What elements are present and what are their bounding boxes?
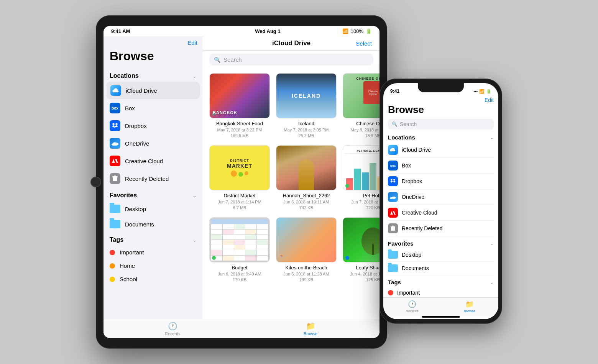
iphone-locations-header: Locations ⌄ [388,134,494,141]
status-dot-green [345,184,349,188]
wifi-icon: 📶 [342,28,348,34]
iphone-documents-folder-icon [388,264,398,272]
sidebar-tags-header: Tags ⌄ [104,232,203,246]
file-info: Pet Hotel Jun 7, 2018 at 3:55 PM 720 KB [351,193,380,211]
iphone-trash-icon [388,223,398,233]
sidebar-edit-button[interactable]: Edit [187,39,197,46]
file-name: Kites on the Beach [283,265,329,271]
locations-chevron-icon: ⌄ [192,73,197,79]
iphone-edit-button[interactable]: Edit [485,97,494,103]
file-thumbnail-opera: ChineseOpera [343,73,380,118]
sidebar-item-school[interactable]: School [104,272,203,286]
ipad-screen: 9:41 AM Wed Aug 1 📶 100% 🔋 Edit Browse [104,26,380,338]
svg-rect-3 [112,176,118,177]
sidebar-item-box[interactable]: box Box [104,99,203,117]
iphone-signal-icon: ▪▪▪ [473,89,478,93]
iphone-status-right: ▪▪▪ 📶 🔋 [473,89,491,94]
iphone-box-icon: box [388,161,398,171]
iphone-recents-tab-icon: 🕐 [408,300,416,308]
creative-cloud-icon [110,156,120,166]
iphone-item-documents[interactable]: Documents [388,262,494,275]
file-item-hannah-shoot[interactable]: Hannah_Shoot_2262 Jun 6, 2018 at 10:11 A… [276,145,337,211]
iphone-recently-deleted-label: Recently Deleted [402,225,443,231]
browse-tab[interactable]: 📁 Browse [242,321,380,336]
iphone-notch [418,83,464,92]
favorites-chevron-icon: ⌄ [192,193,197,198]
desktop-label: Desktop [125,206,146,212]
recently-deleted-label: Recently Deleted [125,175,169,182]
iphone-wifi-icon: 📶 [479,89,485,94]
file-info: Budget Jun 6, 2018 at 9:49 AM 179 KB [218,265,261,283]
iphone-item-icloud[interactable]: iCloud Drive [388,142,494,158]
sidebar: Edit Browse Locations ⌄ [104,36,203,319]
iphone-item-box[interactable]: box Box [388,158,494,174]
file-info: Chinese Opera May 8, 2018 at 1:11 PM 18.… [351,121,380,139]
creative-cloud-label: Creative Cloud [125,158,163,164]
file-thumbnail-leafy [343,217,380,262]
sidebar-item-home[interactable]: Home [104,259,203,272]
file-thumbnail-kites: 🪁 [276,217,337,262]
sidebar-item-desktop[interactable]: Desktop [104,201,203,216]
iphone-item-important[interactable]: Important [388,287,494,297]
iphone-item-dropbox[interactable]: Dropbox [388,174,494,189]
svg-point-1 [112,143,115,146]
school-tag-dot [110,277,115,282]
sidebar-item-icloud[interactable]: iCloud Drive [107,82,200,99]
sidebar-item-creativecloud[interactable]: Creative Cloud [104,152,203,170]
select-button[interactable]: Select [349,40,372,47]
file-thumbnail-iceland [276,73,337,118]
file-item-pet-hotel[interactable]: PET HOTEL & DAY CARE [343,145,380,211]
file-item-budget[interactable]: Budget Jun 6, 2018 at 9:49 AM 179 KB [209,217,270,283]
iphone-icloud-label: iCloud Drive [402,147,431,153]
sidebar-item-onedrive[interactable]: OneDrive [104,134,203,152]
recents-tab[interactable]: 🕐 Recents [104,321,242,336]
ipad-home-button[interactable] [90,177,101,187]
onedrive-label: OneDrive [125,140,149,147]
file-item-iceland[interactable]: Iceland May 7, 2018 at 3:05 PM 25.2 MB [276,73,337,139]
file-item-kites-beach[interactable]: 🪁 Kites on the Beach Jun 5, 2018 at 11:2… [276,217,337,283]
file-item-leafy-shadows[interactable]: Leafy Shadows Jun 4, 2018 at 10:50 AM 12… [343,217,380,283]
file-info: Bangkok Street Food May 7, 2018 at 3:22 … [216,121,263,139]
iphone-browse-title: Browse [388,104,494,116]
iphone-recents-tab[interactable]: 🕐 Recents [383,300,441,313]
tags-chevron-icon: ⌄ [192,237,197,243]
iphone-search-bar[interactable]: 🔍 Search [388,119,494,130]
file-item-bangkok-street-food[interactable]: Bangkok Street Food May 7, 2018 at 3:22 … [209,73,270,139]
budget-status-dot [212,256,216,260]
iphone-item-onedrive[interactable]: OneDrive [388,189,494,205]
sidebar-item-documents[interactable]: Documents [104,216,203,232]
iphone-time: 9:41 [390,89,399,94]
file-meta: Jun 6, 2018 at 9:49 AM 179 KB [218,271,261,283]
iphone-item-creativecloud[interactable]: Creative Cloud [388,205,494,221]
browse-tab-icon: 📁 [306,321,315,331]
important-label: Important [120,249,144,256]
file-item-chinese-opera[interactable]: ChineseOpera Chinese Opera May 8, 2018 a… [343,73,380,139]
iphone-desktop-folder-icon [388,251,398,259]
iphone-browse-tab[interactable]: 📁 Browse [441,300,498,313]
file-thumbnail-district: DISTRICT MARKET [209,145,270,190]
sidebar-item-dropbox[interactable]: Dropbox [104,117,203,134]
iphone-tabbar: 🕐 Recents 📁 Browse [383,297,498,316]
important-tag-dot [110,250,115,255]
iphone-important-dot [388,290,393,295]
ipad-date: Wed Aug 1 [255,28,280,34]
home-label: Home [120,262,135,269]
battery-text: 100% [351,28,363,34]
sidebar-item-recentlydeleted[interactable]: Recently Deleted [104,170,203,187]
search-bar[interactable]: 🔍 Search [209,54,373,66]
file-info: Hannah_Shoot_2262 Jun 6, 2018 at 10:11 A… [283,193,330,211]
iphone-tags-chevron: ⌄ [490,280,494,285]
iphone-item-recentlydeleted[interactable]: Recently Deleted [388,221,494,236]
sidebar-locations-title: Locations [110,72,139,79]
iphone-item-desktop[interactable]: Desktop [388,248,494,262]
recents-tab-icon: 🕐 [168,321,177,331]
file-item-district-market[interactable]: DISTRICT MARKET Di [209,145,270,211]
file-name: Iceland [284,121,329,126]
file-info: Kites on the Beach Jun 5, 2018 at 11:28 … [283,265,329,283]
search-icon: 🔍 [214,57,220,63]
file-name: Pet Hotel [351,193,380,198]
sidebar-item-important[interactable]: Important [104,246,203,259]
file-name: Leafy Shadows [350,265,380,271]
iphone-desktop-label: Desktop [402,252,421,258]
file-meta: Jun 4, 2018 at 10:50 AM 125 KB [350,271,380,283]
